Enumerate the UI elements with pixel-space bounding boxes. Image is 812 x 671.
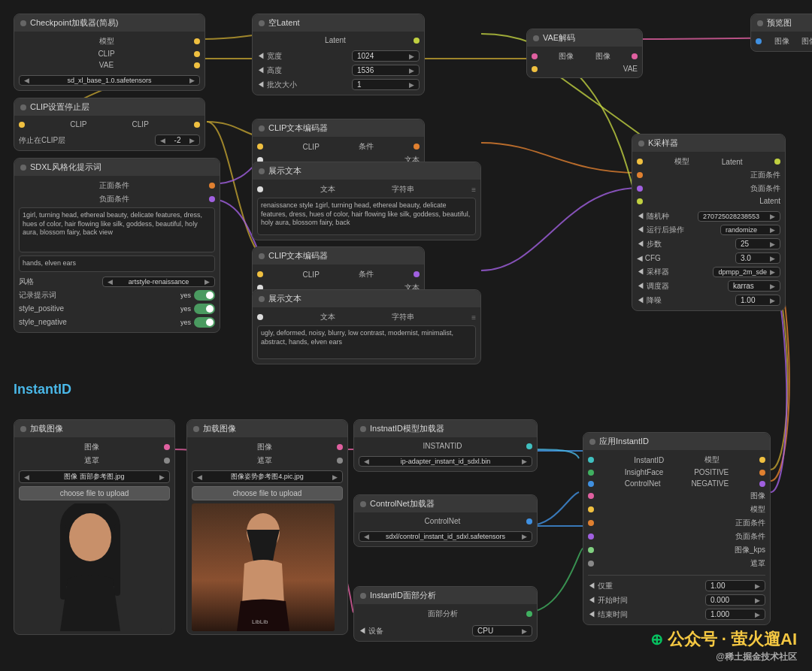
checkpoint-file[interactable]: ◀ sd_xl_base_1.0.safetensors ▶ bbox=[19, 75, 200, 86]
clip-enc1-title: CLIP文本编码器 bbox=[253, 119, 424, 137]
ai-insightface-in bbox=[588, 470, 594, 476]
style-pos-toggle[interactable] bbox=[194, 304, 215, 314]
width-value[interactable]: 1024 ▶ bbox=[352, 50, 420, 62]
seed-value[interactable]: 270725028238553 ▶ bbox=[698, 211, 780, 222]
img2-mask-out bbox=[337, 458, 343, 464]
scheduler-value[interactable]: karras ▶ bbox=[728, 280, 780, 292]
after-gen-value[interactable]: randomize ▶ bbox=[720, 225, 780, 235]
controlnet-file[interactable]: ◀ sdxl/control_instant_id_sdxl.safetenso… bbox=[359, 531, 532, 542]
face-analysis-out bbox=[526, 611, 532, 617]
end-time-value[interactable]: 1.000 ▶ bbox=[705, 609, 765, 620]
svg-point-3 bbox=[69, 513, 111, 561]
ai-pos-out bbox=[759, 470, 765, 476]
batch-value[interactable]: 1 ▶ bbox=[352, 79, 420, 90]
ai-instantid-in bbox=[588, 457, 594, 463]
clip-stop-dot bbox=[20, 104, 26, 110]
clip-out-port2 bbox=[194, 122, 200, 128]
clip-enc1-cond-out bbox=[414, 144, 420, 150]
face-analysis-dot bbox=[360, 593, 366, 599]
record-toggle[interactable] bbox=[194, 290, 215, 301]
preview-title: 预览图 bbox=[751, 14, 812, 32]
person2-preview: LibLib bbox=[192, 503, 335, 631]
denoise-value[interactable]: 1.00 ▶ bbox=[735, 295, 780, 306]
instantid-file[interactable]: ◀ ip-adapter_instant_id_sdxl.bin ▶ bbox=[359, 456, 532, 467]
load-image2-node: 加载图像 图像 遮罩 ◀ 图像姿势参考图4.pic.jpg ▶ choose f… bbox=[186, 419, 348, 635]
ksampler-dot bbox=[638, 141, 644, 147]
vae-decode-title: VAE解码 bbox=[527, 29, 642, 47]
negative-out bbox=[209, 196, 215, 202]
sdxl-style-node: SDXL风格化提示词 正面条件 负面条件 1girl, turning head… bbox=[14, 158, 220, 333]
sampler-value[interactable]: dpmpp_2m_sde ▶ bbox=[713, 267, 780, 277]
clip-enc2-title: CLIP文本编码器 bbox=[253, 247, 424, 264]
choose-upload1-btn[interactable]: choose file to upload bbox=[19, 486, 170, 500]
steps-value[interactable]: 25 ▶ bbox=[735, 238, 780, 249]
ks-latent-in bbox=[637, 198, 643, 204]
cfg-value[interactable]: 3.0 ▶ bbox=[735, 252, 780, 264]
ksampler-node: K采样器 模型 Latent 正面条件 负面条件 Latent ◀ 随机种 27… bbox=[632, 134, 786, 311]
show-text2-in bbox=[257, 314, 263, 320]
wechat-icon: ⊕ bbox=[650, 630, 663, 648]
face-analysis-node: InstantID面部分析 面部分析 ◀ 设备 CPU ▶ bbox=[353, 586, 538, 642]
clip-stop-value[interactable]: ◀ -2 ▶ bbox=[155, 135, 200, 146]
apply-instantid-title: 应用InstantID bbox=[583, 433, 770, 450]
img1-file[interactable]: ◀ 图像 面部参考图.jpg ▶ bbox=[19, 470, 170, 483]
empty-latent-title: 空Latent bbox=[253, 14, 424, 32]
clip-enc2-clip-in bbox=[257, 271, 263, 277]
show-text2-title: 展示文本 bbox=[253, 290, 480, 307]
instantid-out bbox=[526, 443, 532, 449]
checkpoint-node: Checkpoint加载器(简易) 模型 CLIP VAE ◀ sd_xl_ba… bbox=[14, 14, 205, 91]
load-img2-dot bbox=[193, 426, 199, 432]
ks-model-in bbox=[637, 159, 643, 165]
height-value[interactable]: 1536 ▶ bbox=[352, 65, 420, 76]
ai-model-out bbox=[759, 457, 765, 463]
vae-out-port bbox=[194, 62, 200, 68]
positive-text: 1girl, turning head, ethereal beauty, de… bbox=[19, 207, 215, 252]
show-text1-dot bbox=[259, 168, 265, 174]
img-out bbox=[632, 53, 638, 59]
device-value[interactable]: CPU ▶ bbox=[472, 625, 532, 636]
choose-upload2-btn[interactable]: choose file to upload bbox=[192, 486, 343, 500]
img1-mask-out bbox=[164, 458, 170, 464]
ai-kps-in bbox=[588, 547, 594, 553]
weight-value[interactable]: 1.00 ▶ bbox=[705, 580, 765, 591]
svg-rect-5 bbox=[114, 524, 120, 596]
start-time-value[interactable]: 0.000 ▶ bbox=[705, 594, 765, 606]
vae-decode-node: VAE解码 图像 图像 VAE bbox=[526, 29, 643, 78]
instantid-loader-dot bbox=[360, 426, 366, 432]
preview-node: 预览图 图像 图像 bbox=[750, 14, 812, 52]
show-text1-content: renaissance style 1girl, turning head, e… bbox=[257, 198, 476, 235]
ksampler-title: K采样器 bbox=[632, 135, 785, 152]
model-out-port bbox=[194, 38, 200, 44]
show-text2-dot bbox=[259, 296, 265, 302]
instantid-loader-node: InstnatID模型加载器 INSTANTID ◀ ip-adapter_in… bbox=[353, 419, 538, 472]
latent-dot bbox=[259, 20, 265, 26]
latent-out bbox=[414, 38, 420, 44]
controlnet-loader-title: ControlNet加载器 bbox=[354, 495, 537, 512]
show-text1-in bbox=[257, 186, 263, 192]
watermark: ⊕ 公众号 · 萤火遛AI @稀土掘金技术社区 bbox=[650, 628, 797, 663]
ai-controlnet-in bbox=[588, 481, 594, 487]
ai-model-in bbox=[588, 506, 594, 512]
clip-in-port bbox=[19, 122, 25, 128]
clip-out-port bbox=[194, 51, 200, 57]
negative-text: hands, elven ears bbox=[19, 255, 215, 272]
instantid-loader-title: InstnatID模型加载器 bbox=[354, 420, 537, 437]
show-text2-content: ugly, deformed, noisy, blurry, low contr… bbox=[257, 325, 476, 359]
positive-out bbox=[209, 183, 215, 189]
img2-img-out bbox=[337, 444, 343, 450]
ai-pos-in bbox=[588, 520, 594, 526]
preview-in bbox=[756, 38, 762, 44]
style-value[interactable]: ◀ artstyle-renaissance ▶ bbox=[102, 277, 215, 287]
ks-neg-in bbox=[637, 186, 643, 192]
img2-file[interactable]: ◀ 图像姿势参考图4.pic.jpg ▶ bbox=[192, 470, 343, 483]
ks-latent-out bbox=[774, 159, 780, 165]
controlnet-loader-dot bbox=[360, 501, 366, 507]
clip-enc2-dot bbox=[259, 253, 265, 259]
apply-instantid-dot bbox=[589, 439, 595, 445]
clip-enc1-dot bbox=[259, 125, 265, 131]
empty-latent-node: 空Latent Latent ◀ 宽度 1024 ▶ ◀ 高度 1536 ▶ ◀… bbox=[252, 14, 425, 95]
show-text2-node: 展示文本 文本 字符串 ≡ ugly, deformed, noisy, blu… bbox=[252, 289, 481, 364]
checkpoint-title: Checkpoint加载器(简易) bbox=[14, 14, 205, 32]
svg-text:LibLib: LibLib bbox=[252, 618, 268, 625]
style-neg-toggle[interactable] bbox=[194, 317, 215, 328]
